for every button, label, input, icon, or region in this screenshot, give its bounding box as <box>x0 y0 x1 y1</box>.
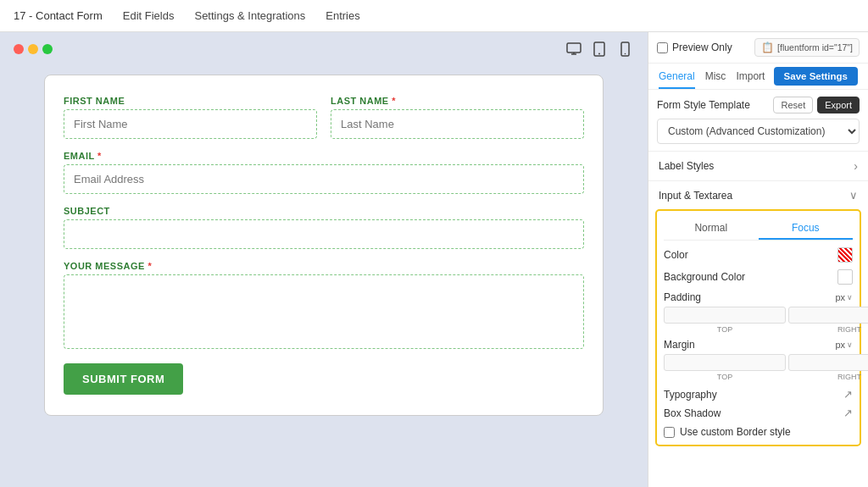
color-label: Color <box>664 249 688 261</box>
label-styles-chevron: › <box>854 159 858 173</box>
margin-unit[interactable]: px <box>835 340 845 350</box>
tab-general[interactable]: General <box>659 64 695 89</box>
nav-link-edit-fields[interactable]: Edit Fields <box>123 1 175 30</box>
email-label: EMAIL * <box>64 151 584 161</box>
nav-title: 17 - Contact Form <box>14 9 103 22</box>
last-name-label: LAST NAME * <box>331 96 584 106</box>
tab-import[interactable]: Import <box>736 64 765 89</box>
sidebar: Preview Only 📋 [fluentform id="17"] Gene… <box>648 32 868 487</box>
panel-tab-focus[interactable]: Focus <box>759 218 854 240</box>
preview-only-checkbox[interactable] <box>657 42 668 53</box>
form-container: FIRST NAME LAST NAME * EMAIL * <box>44 75 604 416</box>
input-textarea-title: Input & Textarea <box>659 190 732 202</box>
message-textarea[interactable] <box>64 274 584 349</box>
custom-border-label: Use custom Border style <box>680 426 791 438</box>
mobile-icon[interactable] <box>615 40 634 58</box>
typography-label: Typography <box>664 389 717 401</box>
style-template-select[interactable]: Custom (Advanced Customization) <box>657 119 860 144</box>
subject-input[interactable] <box>64 219 584 249</box>
export-button[interactable]: Export <box>817 97 860 113</box>
first-name-input[interactable] <box>64 109 317 139</box>
preview-only-checkbox-label[interactable]: Preview Only <box>657 42 732 53</box>
padding-top-label: TOP <box>664 325 786 334</box>
box-shadow-label: Box Shadow <box>664 407 721 419</box>
margin-right-label: RIGHT <box>788 373 868 381</box>
margin-top-label: TOP <box>664 373 786 381</box>
last-name-input[interactable] <box>331 109 584 139</box>
expanded-panel: Normal Focus Color Background Color Padd… <box>655 209 861 446</box>
margin-label: Margin <box>664 339 695 351</box>
form-icon: 📋 <box>761 42 774 53</box>
padding-unit-chevron: ∨ <box>847 293 853 302</box>
svg-point-4 <box>598 53 600 55</box>
box-shadow-link-icon[interactable]: ↗ <box>843 407 853 419</box>
subject-label: SUBJECT <box>64 206 584 216</box>
email-input[interactable] <box>64 164 584 194</box>
typography-link-icon[interactable]: ↗ <box>843 388 853 401</box>
label-styles-title: Label Styles <box>659 160 714 172</box>
traffic-light-green <box>42 44 53 54</box>
traffic-light-yellow <box>28 44 38 54</box>
padding-right-label: RIGHT <box>788 325 868 334</box>
svg-rect-0 <box>567 43 581 53</box>
margin-unit-chevron: ∨ <box>847 340 853 349</box>
input-textarea-section[interactable]: Input & Textarea ∨ <box>648 180 868 209</box>
submit-button[interactable]: SUBMIT FORM <box>64 363 183 395</box>
margin-top-input[interactable] <box>664 354 786 371</box>
bg-color-swatch[interactable] <box>837 269 853 285</box>
padding-unit[interactable]: px <box>835 292 845 302</box>
margin-right-input[interactable] <box>788 354 868 371</box>
custom-border-checkbox[interactable] <box>664 427 675 438</box>
save-settings-button[interactable]: Save Settings <box>774 67 858 86</box>
nav-link-entries[interactable]: Entries <box>326 9 359 22</box>
color-swatch[interactable] <box>837 247 853 263</box>
label-styles-section[interactable]: Label Styles › <box>648 151 868 180</box>
input-textarea-chevron: ∨ <box>849 189 858 202</box>
first-name-label: FIRST NAME <box>64 96 317 106</box>
reset-button[interactable]: Reset <box>773 97 813 113</box>
svg-point-6 <box>624 53 626 55</box>
padding-right-input[interactable] <box>788 307 868 324</box>
tab-misc[interactable]: Misc <box>705 64 726 89</box>
tablet-icon[interactable] <box>590 40 609 58</box>
fluentform-badge: 📋 [fluentform id="17"] <box>754 38 860 57</box>
message-label: YOUR MESSAGE * <box>64 261 584 271</box>
traffic-light-red <box>14 44 24 54</box>
panel-tab-normal[interactable]: Normal <box>664 218 759 240</box>
bg-color-label: Background Color <box>664 271 745 283</box>
padding-label: Padding <box>664 291 701 303</box>
padding-top-input[interactable] <box>664 307 786 324</box>
form-style-template-label: Form Style Template <box>657 99 750 111</box>
nav-link-settings[interactable]: Settings & Integrations <box>194 9 305 22</box>
desktop-icon[interactable] <box>565 40 583 58</box>
